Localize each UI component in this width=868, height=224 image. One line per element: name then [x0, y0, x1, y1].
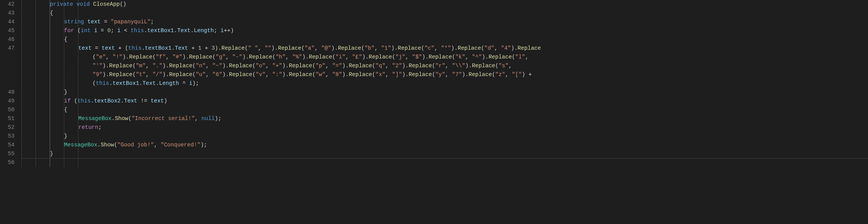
token-str: "c": [424, 45, 434, 51]
token-str: "9": [93, 71, 102, 78]
token-pun: (: [74, 28, 81, 34]
code-line[interactable]: "9").Replace("t", "/").Replace("u", "6")…: [21, 70, 868, 79]
token-fn: Replace: [458, 45, 481, 51]
token-str: "'": [93, 63, 102, 69]
line-number: [2, 70, 15, 79]
token-str: "l": [515, 54, 525, 60]
token-op: ^: [182, 80, 186, 86]
token-str: "+": [272, 63, 282, 69]
token-pun: (: [421, 45, 424, 51]
code-area[interactable]: private void CloseApp(){string text = "p…: [21, 0, 868, 167]
token-pun: ,: [385, 63, 392, 69]
token-pun: (: [512, 54, 515, 60]
code-line[interactable]: [21, 158, 868, 167]
token-pun: (: [495, 63, 499, 69]
token-op: +: [118, 45, 122, 51]
token-fn: Replace: [369, 54, 392, 60]
token-prop: Length: [159, 80, 179, 86]
token-pun: .: [139, 80, 143, 86]
token-fn: Replace: [409, 63, 432, 69]
token-str: "u": [196, 71, 206, 78]
token-var: i: [189, 80, 192, 86]
line-number: 51: [2, 114, 15, 123]
token-kw: this: [77, 98, 91, 104]
token-pun: ).: [451, 45, 458, 51]
code-line[interactable]: }: [21, 88, 868, 97]
token-pun: ,: [465, 54, 472, 60]
code-line[interactable]: {: [21, 9, 868, 18]
code-line[interactable]: {: [21, 35, 868, 44]
token-str: "f": [156, 54, 166, 60]
token-str: "Good job!": [117, 142, 154, 148]
token-prop: Length: [194, 28, 214, 34]
token-pun: ).: [182, 54, 189, 60]
code-line[interactable]: (this.textBox1.Text.Length ^ i);: [21, 79, 868, 88]
token-kw: string: [64, 19, 84, 25]
token-str: "": [265, 45, 271, 51]
token-str: "Conquered!": [161, 142, 200, 148]
code-line[interactable]: }: [21, 149, 868, 158]
token-pun: ).: [302, 54, 309, 60]
token-pun: [104, 28, 107, 34]
token-pun: (: [93, 80, 96, 86]
token-fn: Replace: [289, 63, 312, 69]
token-str: " ": [248, 45, 258, 51]
code-line[interactable]: {: [21, 106, 868, 114]
token-pun: ): [522, 71, 528, 78]
token-pun: .: [144, 28, 147, 34]
token-str: "7": [452, 71, 462, 78]
code-line[interactable]: "'").Replace("m", ".").Replace("n", "~")…: [21, 62, 868, 70]
code-line[interactable]: MessageBox.Show("Good job!", "Conquered!…: [21, 141, 868, 149]
token-pun: (: [312, 63, 315, 69]
token-str: "1": [381, 45, 391, 51]
code-line[interactable]: ("e", "!").Replace("f", "#").Replace("g"…: [21, 53, 868, 62]
token-prop: Text: [143, 80, 156, 86]
code-line[interactable]: return;: [21, 123, 868, 132]
token-fn: Replace: [129, 54, 153, 60]
token-var: textBox1: [112, 80, 139, 86]
code-line[interactable]: string text = "papanyquiL";: [21, 18, 868, 26]
code-line[interactable]: private void CloseApp(): [21, 0, 868, 9]
token-str: "v": [255, 71, 265, 78]
token-op: <: [124, 28, 127, 34]
token-pun: .: [156, 80, 159, 86]
token-pun: (: [392, 54, 395, 60]
token-str: "~": [212, 63, 222, 69]
token-pun: ,: [166, 54, 172, 60]
code-line[interactable]: if (this.textBox2.Text != text): [21, 97, 868, 106]
token-pun: ): [164, 98, 167, 104]
code-line[interactable]: text = text + (this.textBox1.Text + 1 + …: [21, 44, 868, 53]
token-op: +: [205, 45, 208, 51]
token-pun: (: [192, 63, 196, 69]
code-editor[interactable]: 424344454647484950515253545556 private v…: [0, 0, 868, 167]
token-op: +: [528, 71, 532, 78]
token-str: ":": [272, 71, 282, 78]
token-pun: [91, 28, 94, 34]
token-fn: Replace: [429, 54, 452, 60]
code-line[interactable]: MessageBox.Show("Incorrect serial!", nul…: [21, 114, 868, 123]
code-line[interactable]: }: [21, 132, 868, 141]
token-str: "g": [216, 54, 226, 60]
token-pun: (: [301, 45, 305, 51]
token-kw: int: [81, 28, 91, 34]
token-var: textBox1: [147, 28, 174, 34]
token-pun: (: [212, 54, 216, 60]
token-fn: Replace: [409, 71, 432, 78]
token-pun: ).: [122, 54, 129, 60]
token-fn: Replace: [349, 71, 372, 78]
token-pun: (: [372, 71, 375, 78]
token-pun: ).: [342, 71, 349, 78]
token-fn: Replace: [278, 45, 301, 51]
token-pun: ): [231, 28, 234, 34]
token-pun: ,: [325, 63, 332, 69]
token-str: "w": [315, 71, 325, 78]
line-number: 43: [2, 9, 15, 18]
token-kw: this: [128, 45, 141, 51]
token-str: "6": [212, 71, 222, 78]
token-pun: .: [121, 98, 124, 104]
token-str: "s": [499, 63, 509, 69]
code-line[interactable]: for (int i = 0; i < this.textBox1.Text.L…: [21, 26, 868, 35]
token-pun: [84, 19, 88, 25]
token-pun: {: [64, 36, 68, 42]
token-kw: void: [76, 1, 90, 7]
